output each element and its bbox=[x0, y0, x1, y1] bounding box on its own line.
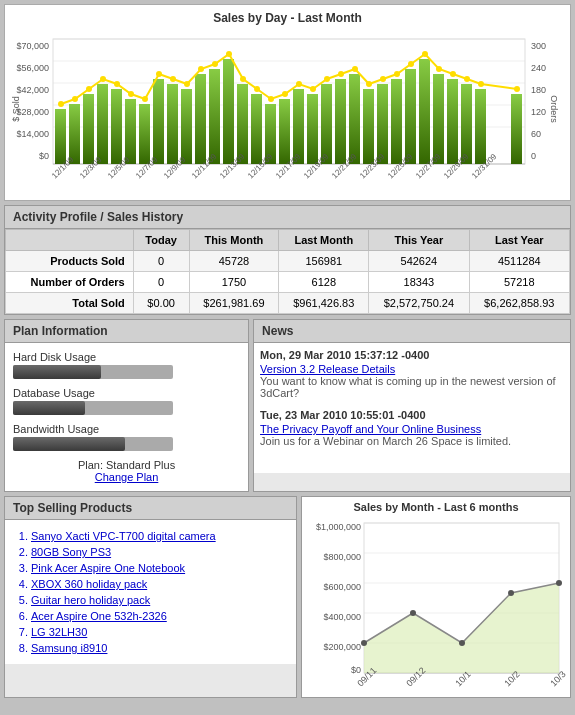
svg-point-67 bbox=[254, 86, 260, 92]
plan-section: Plan Information Hard Disk UsageDatabase… bbox=[4, 319, 249, 492]
svg-point-58 bbox=[128, 91, 134, 97]
product-list-item[interactable]: Sanyo Xacti VPC-T700 digital camera bbox=[31, 528, 288, 544]
activity-cell: $2,572,750.24 bbox=[369, 293, 469, 314]
svg-rect-41 bbox=[335, 79, 346, 164]
svg-text:180: 180 bbox=[531, 85, 546, 95]
activity-cell: 0 bbox=[133, 251, 189, 272]
svg-point-76 bbox=[380, 76, 386, 82]
svg-point-81 bbox=[450, 71, 456, 77]
svg-rect-25 bbox=[111, 89, 122, 164]
svg-text:$56,000: $56,000 bbox=[16, 63, 49, 73]
activity-cell: 18343 bbox=[369, 272, 469, 293]
news-item-date: Tue, 23 Mar 2010 10:55:01 -0400 bbox=[260, 409, 564, 421]
svg-rect-39 bbox=[307, 94, 318, 164]
svg-rect-40 bbox=[321, 84, 332, 164]
bottom-row: Top Selling Products Sanyo Xacti VPC-T70… bbox=[4, 496, 571, 698]
col-header-empty bbox=[6, 230, 134, 251]
activity-cell: 6128 bbox=[279, 272, 369, 293]
product-list-item[interactable]: Samsung i8910 bbox=[31, 640, 288, 656]
product-list-item[interactable]: Guitar hero holiday pack bbox=[31, 592, 288, 608]
activity-cell: $961,426.83 bbox=[279, 293, 369, 314]
svg-rect-43 bbox=[363, 89, 374, 164]
svg-rect-28 bbox=[153, 79, 164, 164]
monthly-chart-container: Sales by Month - Last 6 months $1,000,00… bbox=[302, 497, 570, 697]
svg-point-119 bbox=[556, 580, 562, 586]
svg-text:$14,000: $14,000 bbox=[16, 129, 49, 139]
svg-text:$200,000: $200,000 bbox=[323, 642, 361, 652]
plan-header: Plan Information bbox=[5, 320, 248, 343]
product-list-item[interactable]: XBOX 360 holiday pack bbox=[31, 576, 288, 592]
activity-cell: $0.00 bbox=[133, 293, 189, 314]
svg-point-117 bbox=[459, 640, 465, 646]
plan-item-label: Hard Disk Usage bbox=[13, 351, 240, 363]
svg-text:$70,000: $70,000 bbox=[16, 41, 49, 51]
col-header-last-month: Last Month bbox=[279, 230, 369, 251]
svg-rect-24 bbox=[97, 84, 108, 164]
svg-point-118 bbox=[508, 590, 514, 596]
svg-point-65 bbox=[226, 51, 232, 57]
news-item-link[interactable]: The Privacy Payoff and Your Online Busin… bbox=[260, 423, 564, 435]
svg-point-59 bbox=[142, 96, 148, 102]
plan-content: Hard Disk UsageDatabase UsageBandwidth U… bbox=[5, 343, 248, 491]
plan-item-label: Bandwidth Usage bbox=[13, 423, 240, 435]
svg-point-77 bbox=[394, 71, 400, 77]
svg-text:$1,000,000: $1,000,000 bbox=[316, 522, 361, 532]
product-list-item[interactable]: Acer Aspire One 532h-2326 bbox=[31, 608, 288, 624]
product-list-item[interactable]: LG 32LH30 bbox=[31, 624, 288, 640]
svg-point-78 bbox=[408, 61, 414, 67]
svg-text:120: 120 bbox=[531, 107, 546, 117]
svg-point-82 bbox=[464, 76, 470, 82]
svg-rect-46 bbox=[405, 69, 416, 164]
plan-bar-bg bbox=[13, 437, 173, 451]
svg-point-56 bbox=[100, 76, 106, 82]
news-item-body: You want to know what is coming up in th… bbox=[260, 375, 564, 399]
svg-point-80 bbox=[436, 66, 442, 72]
svg-rect-23 bbox=[83, 94, 94, 164]
svg-text:$800,000: $800,000 bbox=[323, 552, 361, 562]
activity-cell: 156981 bbox=[279, 251, 369, 272]
plan-item-label: Database Usage bbox=[13, 387, 240, 399]
svg-rect-34 bbox=[237, 84, 248, 164]
news-item-link[interactable]: Version 3.2 Release Details bbox=[260, 363, 564, 375]
svg-point-68 bbox=[268, 96, 274, 102]
plan-bar-bg bbox=[13, 401, 173, 415]
svg-text:$28,000: $28,000 bbox=[16, 107, 49, 117]
product-list-item[interactable]: 80GB Sony PS3 bbox=[31, 544, 288, 560]
change-plan-link[interactable]: Change Plan bbox=[13, 471, 240, 483]
plan-bar-fill bbox=[13, 437, 125, 451]
activity-cell: $6,262,858.93 bbox=[469, 293, 569, 314]
svg-rect-30 bbox=[181, 89, 192, 164]
svg-rect-49 bbox=[447, 79, 458, 164]
svg-rect-33 bbox=[223, 59, 234, 164]
svg-point-55 bbox=[86, 86, 92, 92]
activity-row-label: Number of Orders bbox=[6, 272, 134, 293]
svg-rect-51 bbox=[475, 89, 486, 164]
svg-rect-52 bbox=[511, 94, 522, 164]
activity-row-label: Total Sold bbox=[6, 293, 134, 314]
daily-chart-container: $70,000 $56,000 $42,000 $28,000 $14,000 … bbox=[11, 29, 566, 194]
svg-text:Orders: Orders bbox=[549, 95, 559, 123]
svg-text:$600,000: $600,000 bbox=[323, 582, 361, 592]
svg-point-72 bbox=[324, 76, 330, 82]
news-content[interactable]: Mon, 29 Mar 2010 15:37:12 -0400Version 3… bbox=[254, 343, 570, 473]
svg-point-53 bbox=[58, 101, 64, 107]
daily-chart-title: Sales by Day - Last Month bbox=[11, 11, 564, 25]
activity-cell: 57218 bbox=[469, 272, 569, 293]
activity-row-label: Products Sold bbox=[6, 251, 134, 272]
svg-point-60 bbox=[156, 71, 162, 77]
top-products-section: Top Selling Products Sanyo Xacti VPC-T70… bbox=[4, 496, 297, 698]
monthly-chart-section: Sales by Month - Last 6 months $1,000,00… bbox=[301, 496, 571, 698]
svg-point-74 bbox=[352, 66, 358, 72]
activity-section: Activity Profile / Sales History Today T… bbox=[4, 205, 571, 315]
activity-cell: 45728 bbox=[189, 251, 279, 272]
svg-text:$400,000: $400,000 bbox=[323, 612, 361, 622]
svg-text:300: 300 bbox=[531, 41, 546, 51]
activity-header: Activity Profile / Sales History bbox=[5, 206, 570, 229]
svg-text:0: 0 bbox=[531, 151, 536, 161]
col-header-this-year: This Year bbox=[369, 230, 469, 251]
product-list-item[interactable]: Pink Acer Aspire One Notebook bbox=[31, 560, 288, 576]
daily-chart-section: Sales by Day - Last Month $70,000 $56,00… bbox=[4, 4, 571, 201]
news-header: News bbox=[254, 320, 570, 343]
svg-point-61 bbox=[170, 76, 176, 82]
col-header-this-month: This Month bbox=[189, 230, 279, 251]
